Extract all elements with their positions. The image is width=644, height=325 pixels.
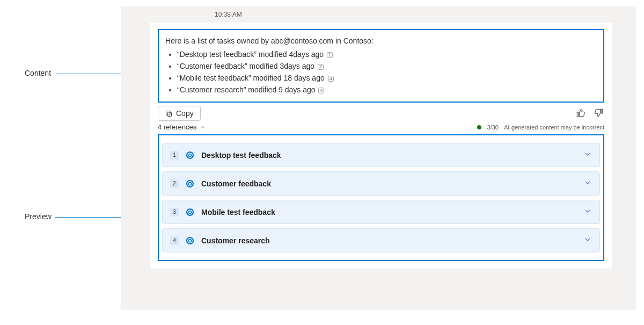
page-background: 10:38 AM Here is a list of tasks owned b…	[121, 6, 636, 310]
timestamp: 10:38 AM	[215, 11, 636, 18]
response-card: Here is a list of tasks owned by abc@con…	[150, 23, 612, 269]
svg-point-9	[188, 239, 191, 242]
content-item-text: “Mobile test feedback” modified 18 days …	[177, 74, 325, 82]
chevron-down-icon	[583, 207, 592, 217]
annotation-preview: Preview	[25, 212, 52, 221]
chevron-up-icon	[200, 124, 206, 131]
chevron-down-icon	[583, 178, 592, 189]
svg-rect-0	[167, 112, 172, 117]
content-item: “Customer feedback” modified 3days ago 2	[177, 61, 597, 72]
copy-icon	[165, 110, 173, 118]
reference-title: Desktop test feedback	[201, 151, 577, 160]
preview-section: 1 Desktop test feedback 2 Customer feedb…	[158, 134, 604, 261]
copy-button[interactable]: Copy	[158, 106, 201, 121]
feedback-group	[575, 107, 604, 120]
content-item-text: “Customer feedback” modified 3days ago	[177, 62, 314, 70]
content-section: Here is a list of tasks owned by abc@con…	[158, 29, 604, 103]
status-dot-icon	[477, 125, 481, 129]
svg-point-8	[187, 237, 193, 244]
ai-disclaimer: AI-generated content may be incorrect	[504, 124, 604, 131]
reference-number: 4	[170, 236, 179, 245]
chevron-down-icon	[583, 235, 592, 245]
meta-right: 3/30 AI-generated content may be incorre…	[477, 124, 604, 131]
reference-number: 2	[170, 179, 179, 188]
content-item-text: “Customer research” modified 9 days ago	[177, 85, 316, 94]
svg-point-4	[187, 180, 193, 187]
citation-marker[interactable]: 1	[327, 52, 333, 58]
reference-title: Customer research	[201, 236, 577, 245]
reference-source-icon	[185, 179, 195, 189]
actions-row: Copy	[158, 106, 604, 121]
svg-point-2	[187, 152, 193, 158]
svg-point-6	[187, 209, 193, 215]
content-item-text: “Desktop test feedback” modified 4days a…	[177, 50, 324, 59]
content-intro: Here is a list of tasks owned by abc@con…	[165, 35, 597, 47]
thumbs-down-icon[interactable]	[594, 107, 604, 120]
copy-button-label: Copy	[176, 109, 194, 118]
usage-counter: 3/30	[487, 124, 498, 131]
citation-marker[interactable]: 4	[318, 88, 324, 93]
annotation-content: Content	[25, 69, 51, 77]
reference-item[interactable]: 4 Customer research	[162, 228, 600, 252]
reference-number: 1	[170, 151, 179, 160]
reference-source-icon	[185, 207, 195, 217]
citation-marker[interactable]: 3	[328, 76, 334, 82]
reference-source-icon	[185, 150, 195, 160]
meta-row: 4 references 3/30 AI-generated content m…	[158, 123, 604, 131]
reference-source-icon	[185, 236, 195, 245]
content-item: “Desktop test feedback” modified 4days a…	[177, 49, 597, 60]
svg-rect-1	[166, 111, 171, 115]
content-item: “Mobile test feedback” modified 18 days …	[177, 73, 597, 84]
reference-title: Mobile test feedback	[201, 208, 577, 216]
references-label: 4 references	[158, 123, 196, 131]
svg-point-5	[188, 182, 191, 185]
reference-title: Customer feedback	[201, 179, 577, 188]
chevron-down-icon	[583, 150, 592, 160]
reference-item[interactable]: 1 Desktop test feedback	[162, 143, 600, 167]
thumbs-up-icon[interactable]	[575, 107, 586, 120]
reference-item[interactable]: 2 Customer feedback	[162, 171, 600, 196]
reference-item[interactable]: 3 Mobile test feedback	[162, 200, 600, 224]
citation-marker[interactable]: 2	[318, 64, 324, 70]
svg-point-7	[188, 211, 191, 213]
references-toggle[interactable]: 4 references	[158, 123, 206, 131]
content-list: “Desktop test feedback” modified 4days a…	[177, 49, 597, 96]
reference-number: 3	[170, 208, 179, 216]
svg-point-3	[188, 154, 191, 156]
content-item: “Customer research” modified 9 days ago …	[177, 84, 597, 96]
